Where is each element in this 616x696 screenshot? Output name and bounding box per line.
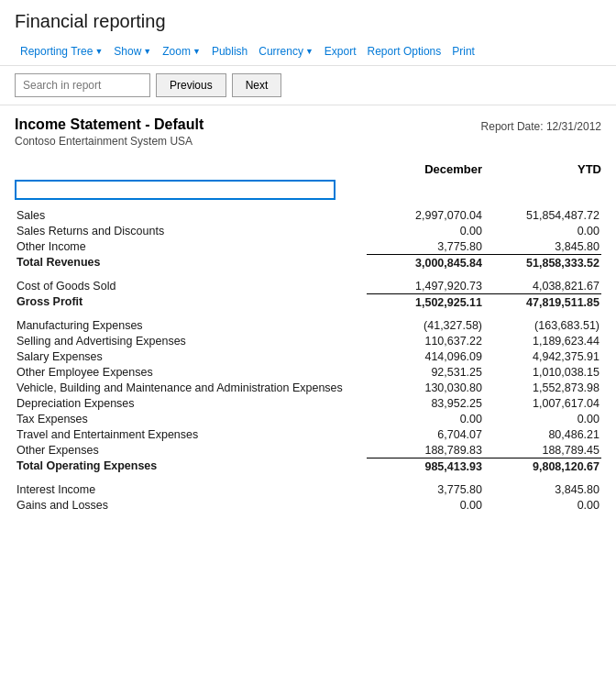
report-table: Sales 2,997,070.04 51,854,487.72 Sales R…: [15, 207, 601, 513]
selected-row-indicator[interactable]: [15, 180, 336, 200]
row-label: Other Expenses: [15, 442, 367, 458]
table-row: Total Operating Expenses 985,413.93 9,80…: [15, 458, 601, 475]
toolbar-reporting-tree[interactable]: Reporting Tree▼: [15, 41, 108, 61]
row-col1: 3,775.80: [367, 481, 484, 497]
row-label: Other Income: [15, 238, 367, 255]
col1-header: December: [363, 162, 482, 176]
row-col2: 47,819,511.85: [484, 294, 601, 311]
row-col1: 2,997,070.04: [367, 207, 484, 223]
table-row: Selling and Advertising Expenses 110,637…: [15, 333, 601, 348]
row-col2: 4,942,375.91: [484, 348, 601, 364]
table-row: Vehicle, Building and Maintenance and Ad…: [15, 380, 601, 395]
toolbar-print[interactable]: Print: [446, 41, 480, 61]
table-row: [15, 271, 601, 278]
row-col2: 3,845.80: [484, 481, 601, 497]
row-col2: 51,858,333.52: [484, 255, 601, 271]
table-row: [15, 310, 601, 317]
row-label: Vehicle, Building and Maintenance and Ad…: [15, 380, 367, 395]
column-headers: December YTD: [15, 162, 601, 176]
table-row: [15, 474, 601, 481]
row-label: Other Employee Expenses: [15, 364, 367, 380]
row-col1: 985,413.93: [367, 458, 484, 475]
row-col1: 0.00: [367, 497, 484, 513]
toolbar-zoom[interactable]: Zoom▼: [157, 41, 206, 61]
row-label: Sales Returns and Discounts: [15, 223, 367, 238]
report-company: Contoso Entertainment System USA: [15, 135, 204, 148]
next-button[interactable]: Next: [232, 73, 282, 97]
toolbar: Reporting Tree▼ Show▼ Zoom▼ Publish Curr…: [0, 38, 616, 66]
row-label: Tax Expenses: [15, 411, 367, 426]
row-label: Sales: [15, 207, 367, 223]
table-row: Salary Expenses 414,096.09 4,942,375.91: [15, 348, 601, 364]
row-col2: 1,007,617.04: [484, 395, 601, 411]
row-col1: 0.00: [367, 223, 484, 238]
row-col1: 1,497,920.73: [367, 278, 484, 294]
row-col1: 130,030.80: [367, 380, 484, 395]
table-row: Gross Profit 1,502,925.11 47,819,511.85: [15, 294, 601, 311]
report-header: Income Statement - Default Contoso Enter…: [15, 116, 601, 148]
row-col2: 1,189,623.44: [484, 333, 601, 348]
table-row: Gains and Losses 0.00 0.00: [15, 497, 601, 513]
row-label: Salary Expenses: [15, 348, 367, 364]
row-col1: 110,637.22: [367, 333, 484, 348]
row-label: Travel and Entertainment Expenses: [15, 426, 367, 442]
row-label: Gross Profit: [15, 294, 367, 311]
row-label: Selling and Advertising Expenses: [15, 333, 367, 348]
row-col1: 83,952.25: [367, 395, 484, 411]
report-area: Income Statement - Default Contoso Enter…: [0, 105, 616, 524]
row-col2: 80,486.21: [484, 426, 601, 442]
table-row: Sales Returns and Discounts 0.00 0.00: [15, 223, 601, 238]
table-row: Other Employee Expenses 92,531.25 1,010,…: [15, 364, 601, 380]
table-row: Interest Income 3,775.80 3,845.80: [15, 481, 601, 497]
report-date: Report Date: 12/31/2012: [481, 120, 601, 133]
row-col1: (41,327.58): [367, 317, 484, 333]
table-row: Cost of Goods Sold 1,497,920.73 4,038,82…: [15, 278, 601, 294]
row-col1: 92,531.25: [367, 364, 484, 380]
toolbar-report-options[interactable]: Report Options: [362, 41, 447, 61]
row-col2: 1,010,038.15: [484, 364, 601, 380]
row-col2: 0.00: [484, 411, 601, 426]
report-title: Income Statement - Default: [15, 116, 204, 133]
row-col2: 0.00: [484, 497, 601, 513]
row-col1: 3,775.80: [367, 238, 484, 255]
row-label: Interest Income: [15, 481, 367, 497]
row-col1: 6,704.07: [367, 426, 484, 442]
toolbar-show[interactable]: Show▼: [108, 41, 157, 61]
toolbar-currency[interactable]: Currency▼: [253, 41, 319, 61]
row-label: Manufacturing Expenses: [15, 317, 367, 333]
row-label: Cost of Goods Sold: [15, 278, 367, 294]
row-label: Total Operating Expenses: [15, 458, 367, 475]
row-col2: 9,808,120.67: [484, 458, 601, 475]
table-row: Other Income 3,775.80 3,845.80: [15, 238, 601, 255]
row-col2: 1,552,873.98: [484, 380, 601, 395]
row-col2: 0.00: [484, 223, 601, 238]
row-col1: 188,789.83: [367, 442, 484, 458]
row-col1: 3,000,845.84: [367, 255, 484, 271]
row-col1: 414,096.09: [367, 348, 484, 364]
row-col2: 188,789.45: [484, 442, 601, 458]
row-col1: 0.00: [367, 411, 484, 426]
row-col2: 4,038,821.67: [484, 278, 601, 294]
row-label: Gains and Losses: [15, 497, 367, 513]
row-col1: 1,502,925.11: [367, 294, 484, 311]
table-row: Sales 2,997,070.04 51,854,487.72: [15, 207, 601, 223]
row-col2: 51,854,487.72: [484, 207, 601, 223]
toolbar-export[interactable]: Export: [319, 41, 362, 61]
search-input[interactable]: [15, 73, 150, 97]
row-col2: 3,845.80: [484, 238, 601, 255]
table-row: Depreciation Expenses 83,952.25 1,007,61…: [15, 395, 601, 411]
table-row: Other Expenses 188,789.83 188,789.45: [15, 442, 601, 458]
col2-header: YTD: [482, 162, 601, 176]
page-title: Financial reporting: [0, 0, 616, 38]
search-bar: Previous Next: [0, 66, 616, 105]
table-row: Travel and Entertainment Expenses 6,704.…: [15, 426, 601, 442]
table-row: Manufacturing Expenses (41,327.58) (163,…: [15, 317, 601, 333]
table-row: Tax Expenses 0.00 0.00: [15, 411, 601, 426]
row-label: Total Revenues: [15, 255, 367, 271]
previous-button[interactable]: Previous: [156, 73, 226, 97]
toolbar-publish[interactable]: Publish: [206, 41, 253, 61]
row-col2: (163,683.51): [484, 317, 601, 333]
table-row: Total Revenues 3,000,845.84 51,858,333.5…: [15, 255, 601, 271]
row-label: Depreciation Expenses: [15, 395, 367, 411]
